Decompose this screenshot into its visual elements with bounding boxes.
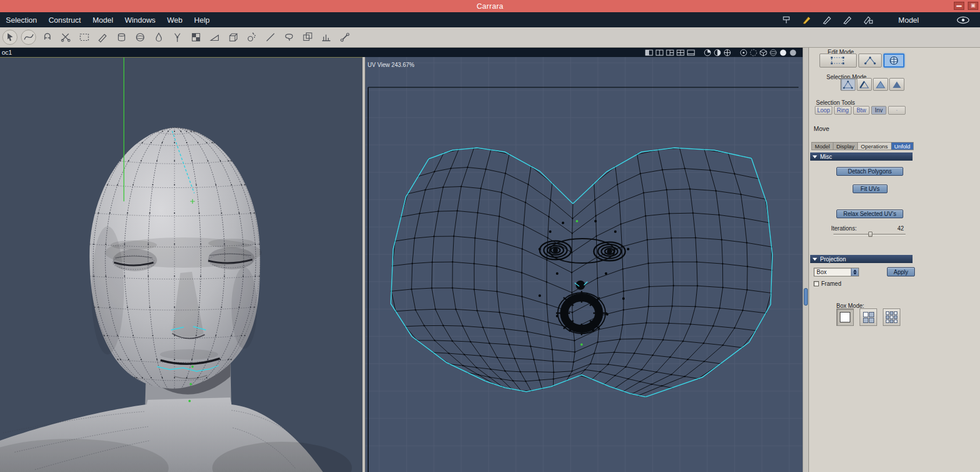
carrara-window: Carrara ▬ ▣ Selection Construct Model Wi… (0, 0, 980, 472)
select-arrow-icon[interactable] (2, 30, 17, 45)
vertex-edit-icon (829, 56, 847, 65)
selection-mode-vertex-button[interactable] (840, 78, 856, 91)
loop-button[interactable]: Loop (815, 106, 832, 115)
uv-brush-icon[interactable] (802, 15, 812, 24)
white-sphere-icon[interactable] (779, 49, 787, 56)
tab-display[interactable]: Display (833, 142, 857, 150)
cylinder-icon[interactable] (114, 30, 129, 45)
spline-icon[interactable] (21, 30, 36, 45)
globe-half-icon[interactable] (714, 49, 721, 56)
box-mode-grid3-button[interactable] (883, 308, 900, 326)
wire-sphere-icon[interactable] (769, 49, 777, 56)
weld-icon[interactable] (170, 30, 185, 45)
panel-scrollbar[interactable] (803, 48, 808, 472)
apply-button[interactable]: Apply (887, 267, 915, 276)
menu-construct[interactable]: Construct (42, 12, 87, 27)
tab-unfold[interactable]: Unfold (891, 142, 914, 150)
maximize-button[interactable]: ▣ (968, 2, 978, 10)
menu-selection[interactable]: Selection (0, 12, 42, 27)
layout-single-icon[interactable] (645, 49, 653, 56)
face-select-icon (875, 80, 886, 89)
3d-model-canvas[interactable] (0, 58, 362, 472)
uv-viewport[interactable]: UV View 243.67% (365, 57, 803, 472)
tab-model[interactable]: Model (811, 142, 833, 150)
selection-mode-object-button[interactable] (889, 78, 904, 91)
droplet-icon[interactable] (151, 30, 166, 45)
menu-model[interactable]: Model (87, 12, 119, 27)
misc-section-label: Misc (820, 154, 832, 160)
gray-sphere-icon[interactable] (789, 49, 797, 56)
dropdown-arrows-icon[interactable] (851, 268, 858, 276)
target-icon[interactable] (740, 49, 747, 56)
minimize-button[interactable]: ▬ (954, 2, 964, 10)
line-icon[interactable] (263, 30, 278, 45)
magnet-icon[interactable] (40, 30, 55, 45)
gem-icon[interactable] (760, 49, 767, 56)
document-strip: oc1 (0, 48, 803, 57)
misc-section-header[interactable]: Misc (810, 152, 913, 161)
cube-icon[interactable] (226, 30, 241, 45)
box-single-icon (840, 312, 850, 322)
collapse-triangle-icon (812, 258, 817, 261)
spray-icon[interactable] (244, 30, 259, 45)
box-grid2-icon (863, 312, 874, 323)
globe-wire-icon[interactable] (724, 49, 731, 56)
ring-button[interactable]: Ring (834, 106, 851, 115)
uv-canvas[interactable] (365, 57, 803, 472)
bone-icon[interactable] (337, 30, 352, 45)
checker-icon[interactable] (188, 30, 204, 45)
document-tab[interactable]: oc1 (0, 49, 12, 56)
edit-mode-vertex-button[interactable] (819, 54, 857, 68)
menu-web[interactable]: Web (161, 12, 188, 27)
selection-mode-face-button[interactable] (873, 78, 888, 91)
scrollbar-handle[interactable] (804, 288, 808, 306)
layout-two-pane-icon[interactable] (655, 49, 664, 56)
box-mode-grid2-button[interactable] (860, 308, 877, 326)
lasso-icon[interactable] (281, 30, 297, 45)
pen-icon[interactable] (822, 15, 833, 24)
edit-mode-uv-button[interactable] (883, 54, 904, 68)
layout-four-pane-icon[interactable] (676, 49, 685, 56)
fit-uvs-button[interactable]: Fit UVs (853, 184, 888, 193)
layout-bottom-strip-icon[interactable] (687, 49, 695, 56)
detach-polygons-button[interactable]: Detach Polygons (836, 167, 903, 176)
3d-viewport[interactable] (0, 57, 362, 472)
pencil-icon[interactable] (95, 30, 111, 45)
globe-quarter-icon[interactable] (704, 49, 711, 56)
layout-three-pane-icon[interactable] (666, 49, 674, 56)
crease-pen-icon[interactable] (863, 15, 874, 24)
knife-icon[interactable] (843, 15, 853, 24)
projection-section-header[interactable]: Projection (810, 255, 913, 263)
tab-operations[interactable]: Operations (857, 142, 890, 150)
framed-checkbox-row: Framed (814, 281, 841, 287)
dashed-circle-icon[interactable] (750, 49, 757, 56)
eye-icon[interactable] (957, 16, 970, 24)
invert-button[interactable]: Inv (871, 106, 886, 115)
slider-thumb[interactable] (868, 232, 872, 237)
paint-roller-icon[interactable] (782, 15, 792, 24)
between-button[interactable]: Btw (853, 106, 869, 115)
relax-selected-uvs-button[interactable]: Relax Selected UV's (836, 210, 903, 218)
framed-checkbox[interactable] (814, 281, 819, 286)
sphere-icon[interactable] (133, 30, 148, 45)
extra-selection-button[interactable]: · (888, 106, 906, 115)
iterations-slider[interactable] (833, 232, 906, 237)
levels-icon[interactable] (319, 30, 334, 45)
menubar: Selection Construct Model Windows Web He… (0, 12, 980, 27)
menu-windows[interactable]: Windows (119, 12, 162, 27)
uv-view-label: UV View 243.67% (368, 62, 414, 68)
edit-mode-edge-button[interactable] (858, 54, 882, 68)
wedge-icon[interactable] (207, 30, 222, 45)
marquee-icon[interactable] (77, 30, 92, 45)
selection-mode-edge-button[interactable] (857, 78, 872, 91)
framed-label: Framed (821, 281, 841, 287)
projection-section-label: Projection (820, 256, 846, 262)
iterations-label: Iterations: (831, 225, 857, 232)
modeling-toolbar (0, 27, 980, 48)
duplicate-icon[interactable] (300, 30, 315, 45)
box-mode-single-button[interactable] (836, 308, 854, 326)
scissors-icon[interactable] (58, 30, 73, 45)
menu-help[interactable]: Help (188, 12, 216, 27)
window-title: Carrara (476, 2, 503, 10)
projection-type-dropdown[interactable]: Box (814, 268, 859, 276)
